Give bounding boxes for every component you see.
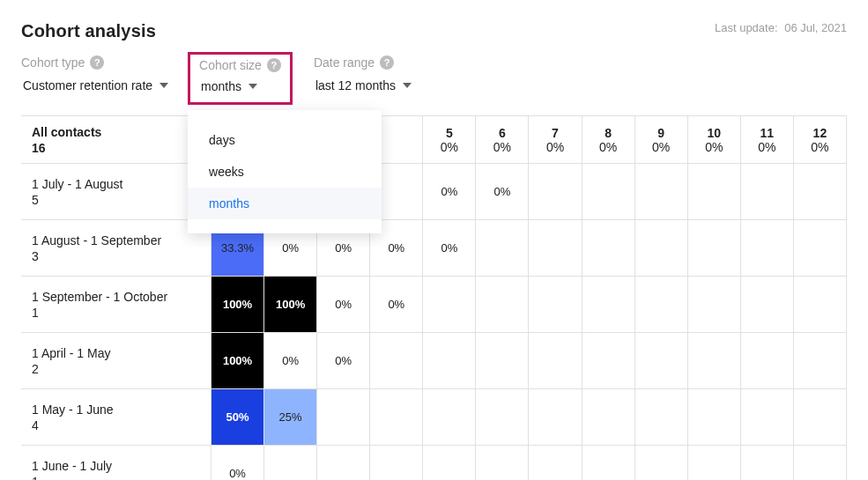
cohort-type-control: Cohort type ? Customer retention rate [21, 55, 170, 96]
cohort-cell [635, 446, 688, 480]
cohort-cell [476, 220, 529, 277]
cohort-cell [688, 446, 741, 480]
cohort-type-label: Cohort type [21, 55, 85, 70]
cohort-size-option[interactable]: months [188, 188, 382, 219]
column-index: 11 [760, 126, 775, 140]
cohort-cell [529, 389, 582, 446]
column-summary: 0% [546, 140, 564, 154]
cohort-cell [635, 164, 688, 220]
last-update: Last update: 06 Jul, 2021 [715, 21, 847, 34]
cohort-cell [688, 164, 741, 220]
cohort-size-option[interactable]: weeks [188, 156, 382, 188]
column-header: 50% [423, 116, 476, 164]
column-index: 12 [813, 126, 827, 140]
cohort-size-value: months [201, 79, 241, 93]
cohort-cell [370, 333, 423, 389]
cohort-range: 1 July - 1 August [32, 177, 200, 191]
cohort-cell: 0% [317, 333, 370, 389]
column-index: 7 [552, 126, 559, 140]
date-range-control: Date range ? last 12 months [314, 55, 413, 96]
cohort-cell [794, 164, 847, 220]
cohort-cell [317, 446, 370, 480]
cohort-cell [582, 333, 635, 389]
cohort-count: 1 [32, 475, 200, 481]
chevron-down-icon [249, 84, 257, 89]
cohort-cell [582, 277, 635, 333]
cohort-cell: 0% [211, 446, 264, 480]
cohort-count: 2 [32, 362, 200, 376]
cohort-cell [635, 389, 688, 446]
cohort-cell [370, 389, 423, 446]
cohort-cell [794, 277, 847, 333]
cohort-cell [582, 220, 635, 277]
cohort-cell [582, 164, 635, 220]
cohort-size-selector[interactable]: months [199, 76, 281, 97]
column-header: 70% [529, 116, 582, 164]
cohort-cell [476, 333, 529, 389]
cohort-cell: 0% [423, 164, 476, 220]
cohort-cell [635, 277, 688, 333]
cohort-cell [370, 446, 423, 480]
cohort-size-option[interactable]: days [188, 124, 382, 156]
cohort-cell [794, 446, 847, 480]
cohort-cell [423, 333, 476, 389]
date-range-value: last 12 months [315, 78, 396, 92]
cohort-cell: 100% [211, 333, 264, 389]
help-icon[interactable]: ? [380, 55, 394, 70]
cohort-cell: 0% [370, 277, 423, 333]
cohort-cell [741, 164, 794, 220]
column-summary: 0% [599, 140, 617, 154]
column-summary: 0% [705, 140, 723, 154]
cohort-cell [741, 277, 794, 333]
chevron-down-icon [403, 83, 412, 88]
column-header: 60% [476, 116, 529, 164]
cohort-count: 5 [32, 193, 200, 207]
chevron-down-icon [160, 83, 168, 88]
cohort-cell [794, 389, 847, 446]
cohort-cell [423, 277, 476, 333]
cohort-cell [476, 446, 529, 480]
cohort-range: 1 September - 1 October [32, 290, 200, 304]
cohort-cell [317, 389, 370, 446]
cohort-cell [529, 277, 582, 333]
last-update-label: Last update: [715, 21, 778, 34]
column-header: 90% [635, 116, 688, 164]
cohort-cell: 25% [264, 389, 317, 446]
cohort-cell [529, 333, 582, 389]
cohort-row-header: 1 August - 1 September3 [21, 220, 211, 277]
cohort-cell [794, 220, 847, 277]
cohort-size-control: Cohort size ? months daysweeksmonths [191, 55, 293, 105]
cohort-size-label: Cohort size [199, 58, 262, 72]
cohort-cell [688, 389, 741, 446]
cohort-cell [423, 446, 476, 480]
cohort-size-dropdown[interactable]: daysweeksmonths [188, 110, 382, 233]
cohort-range: 1 May - 1 June [32, 402, 200, 417]
column-index: 6 [499, 126, 506, 140]
cohort-cell [476, 389, 529, 446]
cohort-row-header: 1 June - 1 July1 [21, 446, 211, 480]
all-contacts-count: 16 [32, 141, 200, 155]
cohort-count: 1 [32, 306, 200, 320]
cohort-cell [529, 164, 582, 220]
cohort-cell [582, 389, 635, 446]
cohort-cell [529, 220, 582, 277]
cohort-cell [582, 446, 635, 480]
column-index: 9 [657, 126, 664, 140]
cohort-cell [741, 220, 794, 277]
cohort-type-selector[interactable]: Customer retention rate [21, 75, 170, 96]
cohort-cell [529, 446, 582, 480]
column-summary: 0% [652, 140, 670, 154]
cohort-range: 1 April - 1 May [32, 346, 200, 360]
help-icon[interactable]: ? [267, 58, 281, 72]
column-index: 10 [707, 126, 721, 140]
cohort-cell: 0% [476, 164, 529, 220]
cohort-table: All contacts16123450%60%70%80%90%100%110… [21, 115, 847, 480]
cohort-cell [688, 220, 741, 277]
date-range-selector[interactable]: last 12 months [314, 75, 413, 96]
help-icon[interactable]: ? [90, 55, 104, 70]
cohort-cell [688, 277, 741, 333]
cohort-range: 1 August - 1 September [32, 233, 200, 247]
cohort-type-value: Customer retention rate [23, 78, 152, 92]
cohort-row-header: 1 September - 1 October1 [21, 277, 211, 333]
date-range-label: Date range [314, 55, 375, 70]
